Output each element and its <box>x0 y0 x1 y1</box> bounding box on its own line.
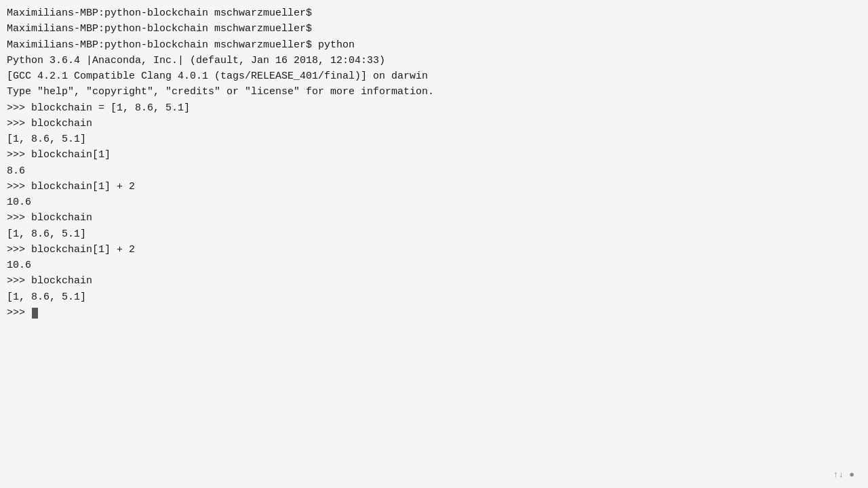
line-13: 10.6 <box>7 197 31 208</box>
line-16: >>> blockchain[1] + 2 <box>7 244 135 256</box>
line-1: Maximilians-MBP:python-blockchain mschwa… <box>7 7 318 19</box>
line-12: >>> blockchain[1] + 2 <box>7 181 135 192</box>
line-3: Maximilians-MBP:python-blockchain mschwa… <box>7 39 355 51</box>
line-18: >>> blockchain <box>7 275 92 287</box>
line-10: >>> blockchain[1] <box>7 149 111 161</box>
line-15: [1, 8.6, 5.1] <box>7 228 86 240</box>
terminal-window[interactable]: Maximilians-MBP:python-blockchain mschwa… <box>0 0 868 488</box>
line-7: >>> blockchain = [1, 8.6, 5.1] <box>7 102 190 114</box>
line-11: 8.6 <box>7 165 25 177</box>
line-4: Python 3.6.4 |Anaconda, Inc.| (default, … <box>7 55 385 66</box>
line-20: >>> <box>7 307 31 319</box>
line-9: [1, 8.6, 5.1] <box>7 134 86 145</box>
line-5: [GCC 4.2.1 Compatible Clang 4.0.1 (tags/… <box>7 70 428 82</box>
terminal-cursor <box>32 308 38 319</box>
line-6: Type "help", "copyright", "credits" or "… <box>7 86 434 98</box>
line-2: Maximilians-MBP:python-blockchain mschwa… <box>7 23 318 35</box>
line-8: >>> blockchain <box>7 118 92 129</box>
line-14: >>> blockchain <box>7 212 92 224</box>
line-17: 10.6 <box>7 260 31 271</box>
status-indicator: ↑↓ ● <box>833 468 854 482</box>
terminal-output: Maximilians-MBP:python-blockchain mschwa… <box>7 5 861 321</box>
line-19: [1, 8.6, 5.1] <box>7 291 86 303</box>
